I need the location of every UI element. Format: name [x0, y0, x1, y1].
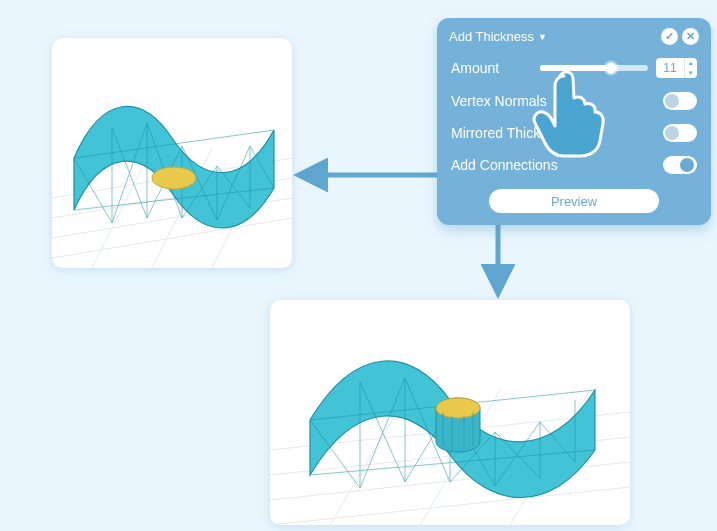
- panel-title-text: Add Thickness: [449, 29, 534, 44]
- panel-title[interactable]: Add Thickness ▼: [449, 29, 547, 44]
- vertex-normals-toggle[interactable]: [663, 92, 697, 110]
- amount-stepper[interactable]: 11 ▴ ▾: [656, 58, 697, 78]
- chevron-down-icon: ▼: [538, 32, 547, 42]
- viewport-before: [52, 38, 292, 268]
- amount-slider[interactable]: [540, 65, 648, 71]
- svg-point-15: [436, 398, 480, 418]
- stepper-up-icon[interactable]: ▴: [685, 58, 697, 68]
- mirrored-thickness-label: Mirrored Thickness: [451, 125, 570, 141]
- add-thickness-panel: Add Thickness ▼ ✓ ✕ Amount 11 ▴ ▾: [437, 18, 711, 225]
- mirrored-thickness-toggle[interactable]: [663, 124, 697, 142]
- amount-label: Amount: [451, 60, 499, 76]
- svg-point-7: [152, 167, 196, 189]
- mesh-before: [52, 38, 292, 268]
- viewport-after: [270, 300, 630, 525]
- confirm-button[interactable]: ✓: [661, 28, 678, 45]
- stage: Add Thickness ▼ ✓ ✕ Amount 11 ▴ ▾: [0, 0, 717, 531]
- close-icon: ✕: [686, 30, 695, 43]
- add-connections-label: Add Connections: [451, 157, 558, 173]
- preview-button[interactable]: Preview: [489, 189, 659, 213]
- mesh-after: [270, 300, 630, 525]
- amount-value: 11: [656, 58, 684, 78]
- svg-line-11: [270, 487, 630, 525]
- preview-label: Preview: [551, 194, 597, 209]
- cancel-button[interactable]: ✕: [682, 28, 699, 45]
- vertex-normals-label: Vertex Normals: [451, 93, 547, 109]
- svg-line-3: [52, 218, 292, 258]
- stepper-down-icon[interactable]: ▾: [685, 68, 697, 78]
- add-connections-toggle[interactable]: [663, 156, 697, 174]
- check-icon: ✓: [665, 30, 674, 43]
